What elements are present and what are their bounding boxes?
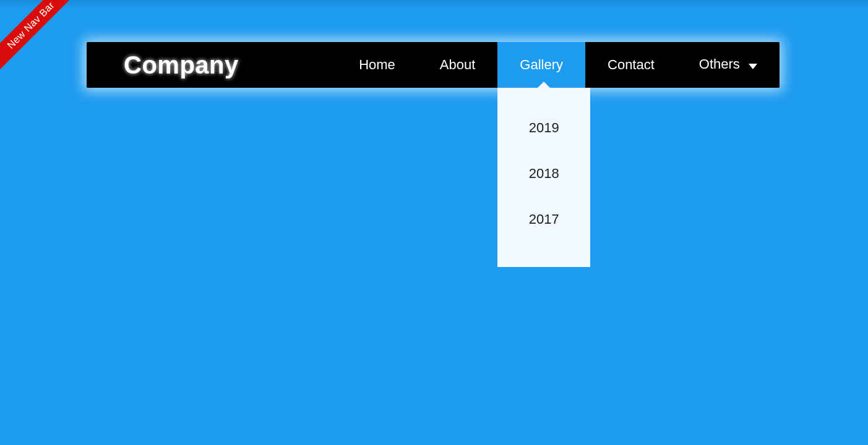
dropdown-item-2019[interactable]: 2019 (497, 105, 590, 151)
navbar: Company Home About Gallery 2019 2018 201… (87, 42, 780, 88)
nav-item-about[interactable]: About (418, 42, 498, 88)
dropdown-item-2018[interactable]: 2018 (497, 151, 590, 197)
dropdown-link-2019[interactable]: 2019 (529, 120, 559, 135)
nav-item-gallery[interactable]: Gallery 2019 2018 2017 (497, 42, 585, 88)
nav-link-gallery[interactable]: Gallery (520, 57, 563, 73)
nav-link-home[interactable]: Home (359, 57, 395, 73)
nav-link-contact[interactable]: Contact (608, 57, 655, 73)
caret-down-icon (749, 57, 757, 74)
nav-link-about[interactable]: About (440, 57, 476, 73)
svg-marker-0 (749, 64, 757, 69)
nav-menu: Home About Gallery 2019 2018 2017 Contac… (337, 42, 780, 88)
nav-item-others[interactable]: Others (677, 42, 780, 88)
dropdown-link-2017[interactable]: 2017 (529, 211, 559, 227)
nav-item-home[interactable]: Home (337, 42, 418, 88)
nav-link-others-label: Others (699, 56, 740, 72)
nav-link-others[interactable]: Others (699, 56, 757, 73)
dropdown-item-2017[interactable]: 2017 (497, 197, 590, 242)
brand[interactable]: Company (124, 51, 239, 79)
ribbon-label: New Nav Bar (5, 0, 56, 51)
gallery-dropdown: 2019 2018 2017 (497, 88, 590, 267)
corner-ribbon: New Nav Bar (0, 0, 81, 75)
dropdown-link-2018[interactable]: 2018 (529, 166, 559, 181)
nav-item-contact[interactable]: Contact (585, 42, 677, 88)
